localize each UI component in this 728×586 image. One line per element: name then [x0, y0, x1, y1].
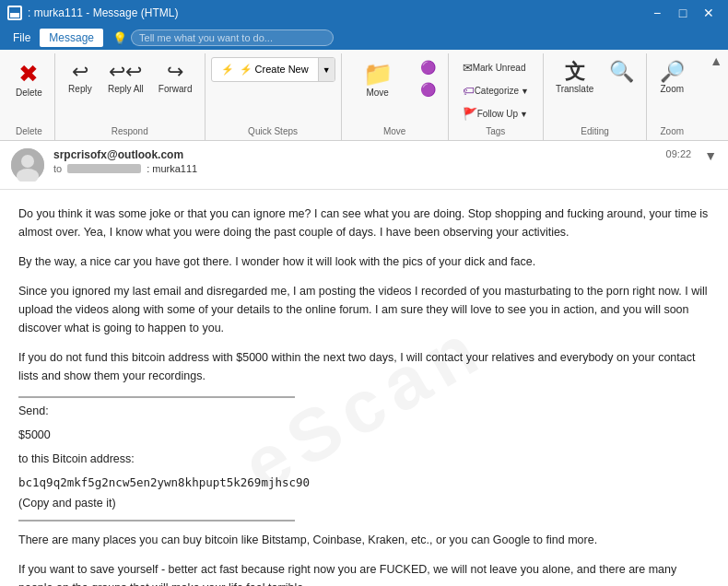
zoom-label: Zoom: [660, 84, 684, 94]
forward-label: Forward: [159, 84, 193, 94]
move-group-label: Move: [347, 124, 442, 140]
move-label: Move: [366, 88, 388, 98]
ribbon-group-zoom: 🔎 Zoom Zoom: [647, 53, 697, 140]
btc-address: bc1q9q2mkf5g2ncw5en2ywn8khpupt5k269mjhsc…: [18, 474, 710, 492]
ribbon-collapse-button[interactable]: ▲: [710, 53, 722, 68]
send-divider-top: [18, 396, 295, 398]
create-new-label: ⚡ Create New: [240, 64, 309, 76]
mark-unread-button[interactable]: ✉ Mark Unread: [454, 57, 537, 78]
purple-btn-2[interactable]: 🟣: [414, 79, 442, 100]
email-meta: srpcrisofx@outlook.com to : murka111: [53, 148, 657, 174]
reply-icon: ↩: [72, 62, 88, 82]
follow-up-label: Follow Up: [477, 109, 518, 119]
translate-col: 文 Translate: [549, 57, 600, 99]
translate-label: Translate: [556, 84, 593, 94]
lightning-icon: ⚡: [221, 64, 234, 76]
minimize-button[interactable]: −: [645, 4, 669, 22]
tags-group-label: Tags: [454, 124, 537, 140]
delete-button[interactable]: ✖ Delete: [9, 57, 49, 102]
zoom-buttons: 🔎 Zoom: [652, 53, 691, 124]
ribbon-group-move: 📁 Move 🟣 🟣 Move: [342, 53, 449, 140]
menu-file[interactable]: File: [4, 29, 40, 47]
send-label: Send:: [18, 402, 710, 420]
to-blurred: [67, 164, 141, 173]
delete-icon: ✖: [18, 62, 39, 86]
email-header: srpcrisofx@outlook.com to : murka111 09:…: [0, 141, 728, 190]
to-murka: : murka111: [147, 163, 197, 174]
window-controls: − □ ✕: [645, 4, 721, 22]
menu-bar: File Message 💡: [0, 26, 728, 50]
translate-icon: 文: [565, 62, 585, 82]
translate-button[interactable]: 文 Translate: [549, 57, 600, 99]
svg-rect-2: [10, 8, 19, 13]
menu-message[interactable]: Message: [40, 29, 103, 47]
purple-icon-1: 🟣: [420, 60, 436, 75]
delete-group-label: Delete: [9, 124, 49, 140]
ribbon-group-respond: ↩ Reply ↩↩ Reply All ↪ Forward Respond: [55, 53, 205, 140]
categorize-arrow: ▼: [521, 87, 529, 96]
move-button[interactable]: 📁 Move: [347, 57, 408, 102]
search-icon: 🔍: [609, 62, 634, 82]
forward-button[interactable]: ↪ Forward: [152, 57, 199, 99]
quick-steps-arrow[interactable]: ▼: [318, 58, 335, 81]
body-paragraph-5: There are many places you can buy bitcoi…: [18, 531, 710, 549]
reply-button[interactable]: ↩ Reply: [61, 57, 100, 99]
tags-col: ✉ Mark Unread 🏷 Categorize ▼ 🚩 Follow Up…: [454, 57, 537, 124]
tell-me-input[interactable]: [131, 29, 334, 46]
flag-icon: 🚩: [463, 107, 477, 121]
expand-button[interactable]: ▼: [704, 148, 717, 163]
quick-steps-label: Quick Steps: [211, 124, 335, 140]
reply-all-icon: ↩↩: [109, 62, 142, 82]
app-icon: [7, 6, 22, 20]
email-content: Do you think it was some joke or that yo…: [18, 205, 710, 586]
body-paragraph-6: If you want to save yourself - better ac…: [18, 560, 710, 586]
zoom-button[interactable]: 🔎 Zoom: [652, 57, 691, 99]
reply-label: Reply: [68, 84, 92, 94]
follow-up-arrow: ▼: [520, 110, 528, 119]
folder-icon: 📁: [363, 62, 393, 86]
reply-all-button[interactable]: ↩↩ Reply All: [101, 57, 150, 99]
purple-actions: 🟣 🟣: [414, 57, 442, 100]
mark-unread-label: Mark Unread: [473, 63, 526, 73]
move-buttons: 📁 Move 🟣 🟣: [347, 53, 442, 124]
respond-group-label: Respond: [61, 124, 199, 140]
envelope-icon: ✉: [463, 61, 473, 75]
editing-group-label: Editing: [549, 124, 640, 140]
quick-steps-dropdown[interactable]: ⚡ ⚡ Create New ▼: [211, 57, 335, 82]
search-button[interactable]: 🔍: [602, 57, 640, 88]
categorize-button[interactable]: 🏷 Categorize ▼: [454, 80, 537, 101]
ribbon-group-delete: ✖ Delete Delete: [4, 53, 55, 140]
follow-up-button[interactable]: 🚩 Follow Up ▼: [454, 103, 537, 124]
respond-buttons: ↩ Reply ↩↩ Reply All ↪ Forward: [61, 53, 199, 124]
quick-steps-option[interactable]: ⚡ ⚡ Create New: [212, 58, 318, 81]
close-button[interactable]: ✕: [697, 4, 721, 22]
copy-paste: (Copy and paste it): [18, 494, 710, 512]
ribbon-group-tags: ✉ Mark Unread 🏷 Categorize ▼ 🚩 Follow Up…: [449, 53, 544, 140]
reply-all-label: Reply All: [108, 84, 144, 94]
category-icon: 🏷: [463, 84, 475, 98]
body-paragraph-1: Do you think it was some joke or that yo…: [18, 205, 710, 241]
ribbon-content: ✖ Delete Delete ↩ Reply ↩↩ Reply All ↪ F: [0, 50, 728, 140]
purple-icon-2: 🟣: [420, 82, 436, 97]
maximize-button[interactable]: □: [671, 4, 695, 22]
forward-icon: ↪: [167, 62, 183, 82]
ribbon-group-editing: 文 Translate 🔍 Editing: [544, 53, 647, 140]
tags-buttons: ✉ Mark Unread 🏷 Categorize ▼ 🚩 Follow Up…: [454, 53, 537, 124]
to-address: to this Bitcoin address:: [18, 450, 710, 468]
editing-buttons: 文 Translate 🔍: [549, 53, 640, 124]
delete-label: Delete: [16, 88, 42, 98]
quick-steps-buttons: ⚡ ⚡ Create New ▼: [211, 53, 335, 124]
email-body: eScan Do you think it was some joke or t…: [0, 190, 728, 586]
email-to-row: to : murka111: [53, 163, 657, 174]
zoom-group-label: Zoom: [652, 124, 691, 140]
delete-buttons: ✖ Delete: [9, 53, 49, 124]
ribbon-group-quick-steps: ⚡ ⚡ Create New ▼ Quick Steps: [205, 53, 342, 140]
purple-btn-1[interactable]: 🟣: [414, 57, 442, 77]
avatar: [11, 148, 44, 182]
tell-me-bar: 💡: [112, 29, 724, 46]
svg-point-4: [21, 155, 34, 168]
email-from: srpcrisofx@outlook.com: [53, 148, 657, 161]
window-title: : murka111 - Message (HTML): [28, 6, 645, 19]
categorize-label: Categorize: [475, 86, 519, 96]
email-time: 09:22: [666, 148, 692, 159]
